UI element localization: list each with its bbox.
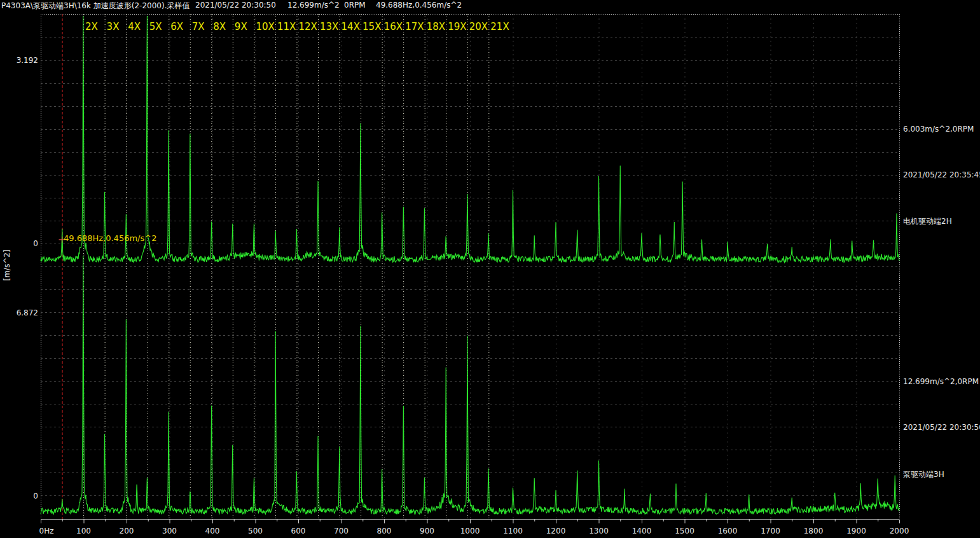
x-tick-label-1200: 1200 [546,527,566,535]
harmonic-label-2X: 2X [85,21,98,32]
y-label-top-zero: 0 [1,239,38,248]
chart1-name: 电机驱动端2H [903,216,952,227]
harmonic-label-8X: 8X [213,21,226,32]
chart2-info: 12.699m/s^2,0RPM [903,377,979,386]
harmonic-label-14X: 14X [342,21,360,32]
harmonic-label-9X: 9X [235,21,247,32]
harmonic-label-11X: 11X [277,21,296,32]
y-label-bottom-zero: 0 [1,492,38,500]
harmonic-label-13X: 13X [320,21,338,32]
harmonic-label-16X: 16X [384,21,403,32]
horizontal-gridlines [41,38,899,496]
chart2-datetime: 2021/05/22 20:30:50 [903,423,980,432]
x-tick-label-100: 100 [76,527,91,535]
x-tick-label-900: 900 [420,527,434,535]
cursor-annotation: 49.688Hz,0.456m/s^2 [64,233,156,243]
harmonic-label-20X: 20X [469,21,488,32]
harmonic-label-5X: 5X [149,21,162,32]
harmonic-label-10X: 10X [256,21,274,32]
harmonic-label-7X: 7X [192,21,205,32]
x-tick-label-600: 600 [291,527,306,535]
x-tick-label-1500: 1500 [675,527,694,535]
x-tick-label-1700: 1700 [761,527,780,535]
harmonic-label-17X: 17X [405,21,424,32]
y-label-top-max: 3.192 [1,56,38,65]
harmonic-label-6X: 6X [170,21,183,32]
harmonic-label-3X: 3X [107,21,120,32]
harmonic-label-19X: 19X [448,21,466,32]
x-tick-label-1100: 1100 [503,527,523,535]
x-tick-label-1300: 1300 [589,527,609,535]
x-tick-label-1000: 1000 [460,527,480,535]
harmonic-label-12X: 12X [298,21,317,32]
x-tick-label-700: 700 [334,527,349,535]
x-tick-label-400: 400 [205,527,220,535]
spectrum-plot[interactable] [0,0,980,538]
spectrum-analyzer-window: P4303A\泵驱动端3H\16k 加速度波形(2-2000).采样值 2021… [0,0,980,538]
x-tick-label-800: 800 [377,527,392,535]
x-tick-label-200: 200 [120,527,134,535]
x-tick-label-500: 500 [248,527,263,535]
x-tick-label-1600: 1600 [718,527,738,535]
x-tick-label-1400: 1400 [632,527,652,535]
x-axis-ticks [41,520,900,523]
x-tick-label-300: 300 [162,527,177,535]
chart2-name: 泵驱动端3H [903,469,944,480]
chart1-info: 6.003m/s^2,0RPM [903,125,974,134]
harmonic-label-15X: 15X [362,21,381,32]
y-label-bottom-max: 6.872 [1,308,38,317]
harmonic-label-4X: 4X [128,21,141,32]
x-tick-label-0Hz: 0Hz [39,527,54,535]
y-axis-unit-label: [m/s^2] [3,249,11,280]
x-tick-label-1800: 1800 [804,527,824,535]
harmonic-label-21X: 21X [490,21,509,32]
harmonic-label-18X: 18X [427,21,445,32]
x-tick-label-1900: 1900 [846,527,866,535]
chart1-datetime: 2021/05/22 20:35:45 [903,170,980,179]
x-tick-label-2000: 2000 [890,527,909,535]
